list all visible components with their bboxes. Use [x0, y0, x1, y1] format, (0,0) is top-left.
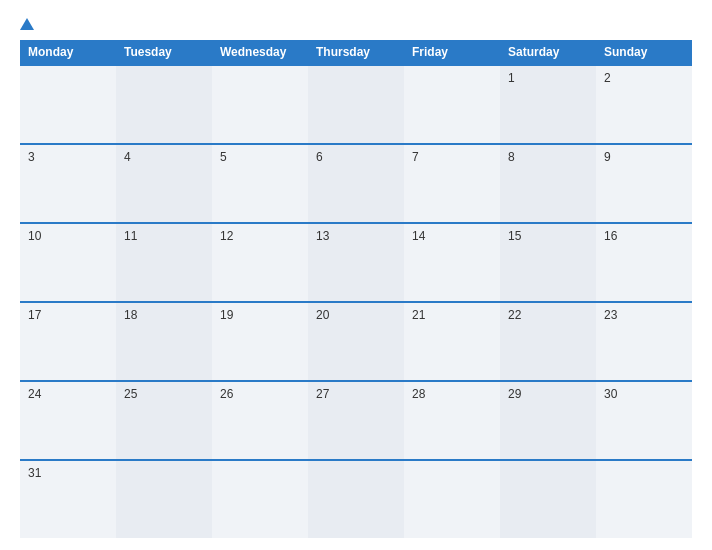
- day-number: 24: [28, 387, 108, 401]
- cal-cell: 13: [308, 224, 404, 301]
- cal-cell: 16: [596, 224, 692, 301]
- day-number: 26: [220, 387, 300, 401]
- cal-cell: [404, 66, 500, 143]
- cal-cell: [500, 461, 596, 538]
- day-number: 21: [412, 308, 492, 322]
- day-number: 17: [28, 308, 108, 322]
- cal-cell: 31: [20, 461, 116, 538]
- cal-cell: 20: [308, 303, 404, 380]
- cal-cell: 5: [212, 145, 308, 222]
- cal-header-wednesday: Wednesday: [212, 40, 308, 64]
- cal-cell: [116, 461, 212, 538]
- cal-cell: [308, 461, 404, 538]
- day-number: 25: [124, 387, 204, 401]
- cal-cell: [212, 66, 308, 143]
- cal-cell: 21: [404, 303, 500, 380]
- day-number: 31: [28, 466, 108, 480]
- cal-cell: 23: [596, 303, 692, 380]
- day-number: 16: [604, 229, 684, 243]
- day-number: 1: [508, 71, 588, 85]
- cal-week-0: 12: [20, 64, 692, 143]
- cal-cell: 17: [20, 303, 116, 380]
- cal-week-5: 31: [20, 459, 692, 538]
- cal-cell: 22: [500, 303, 596, 380]
- cal-cell: 1: [500, 66, 596, 143]
- cal-cell: 10: [20, 224, 116, 301]
- cal-cell: 24: [20, 382, 116, 459]
- day-number: 18: [124, 308, 204, 322]
- cal-cell: 6: [308, 145, 404, 222]
- logo-triangle-icon: [20, 18, 34, 30]
- day-number: 9: [604, 150, 684, 164]
- day-number: 13: [316, 229, 396, 243]
- cal-cell: 19: [212, 303, 308, 380]
- cal-cell: 30: [596, 382, 692, 459]
- cal-week-1: 3456789: [20, 143, 692, 222]
- day-number: 22: [508, 308, 588, 322]
- day-number: 2: [604, 71, 684, 85]
- cal-cell: 7: [404, 145, 500, 222]
- day-number: 19: [220, 308, 300, 322]
- cal-cell: 26: [212, 382, 308, 459]
- day-number: 4: [124, 150, 204, 164]
- cal-cell: 3: [20, 145, 116, 222]
- cal-week-2: 10111213141516: [20, 222, 692, 301]
- day-number: 30: [604, 387, 684, 401]
- page-header: [20, 18, 692, 30]
- cal-cell: 4: [116, 145, 212, 222]
- day-number: 23: [604, 308, 684, 322]
- day-number: 7: [412, 150, 492, 164]
- cal-header-tuesday: Tuesday: [116, 40, 212, 64]
- cal-week-4: 24252627282930: [20, 380, 692, 459]
- cal-cell: 18: [116, 303, 212, 380]
- cal-cell: [596, 461, 692, 538]
- calendar: MondayTuesdayWednesdayThursdayFridaySatu…: [20, 40, 692, 538]
- day-number: 14: [412, 229, 492, 243]
- day-number: 20: [316, 308, 396, 322]
- calendar-header: MondayTuesdayWednesdayThursdayFridaySatu…: [20, 40, 692, 64]
- day-number: 8: [508, 150, 588, 164]
- day-number: 3: [28, 150, 108, 164]
- cal-header-friday: Friday: [404, 40, 500, 64]
- day-number: 12: [220, 229, 300, 243]
- day-number: 28: [412, 387, 492, 401]
- day-number: 10: [28, 229, 108, 243]
- day-number: 5: [220, 150, 300, 164]
- cal-cell: 25: [116, 382, 212, 459]
- day-number: 27: [316, 387, 396, 401]
- cal-cell: [20, 66, 116, 143]
- cal-cell: [212, 461, 308, 538]
- cal-cell: [308, 66, 404, 143]
- logo-blue-row: [20, 18, 38, 30]
- cal-cell: [116, 66, 212, 143]
- cal-header-monday: Monday: [20, 40, 116, 64]
- cal-week-3: 17181920212223: [20, 301, 692, 380]
- cal-cell: 27: [308, 382, 404, 459]
- day-number: 15: [508, 229, 588, 243]
- cal-cell: 15: [500, 224, 596, 301]
- day-number: 29: [508, 387, 588, 401]
- cal-cell: 9: [596, 145, 692, 222]
- cal-cell: [404, 461, 500, 538]
- cal-header-saturday: Saturday: [500, 40, 596, 64]
- cal-cell: 14: [404, 224, 500, 301]
- day-number: 6: [316, 150, 396, 164]
- logo: [20, 18, 38, 30]
- cal-cell: 12: [212, 224, 308, 301]
- cal-cell: 29: [500, 382, 596, 459]
- calendar-body: 1234567891011121314151617181920212223242…: [20, 64, 692, 538]
- day-number: 11: [124, 229, 204, 243]
- cal-header-thursday: Thursday: [308, 40, 404, 64]
- cal-header-sunday: Sunday: [596, 40, 692, 64]
- cal-cell: 8: [500, 145, 596, 222]
- cal-cell: 11: [116, 224, 212, 301]
- cal-cell: 2: [596, 66, 692, 143]
- cal-cell: 28: [404, 382, 500, 459]
- calendar-page: MondayTuesdayWednesdayThursdayFridaySatu…: [0, 0, 712, 550]
